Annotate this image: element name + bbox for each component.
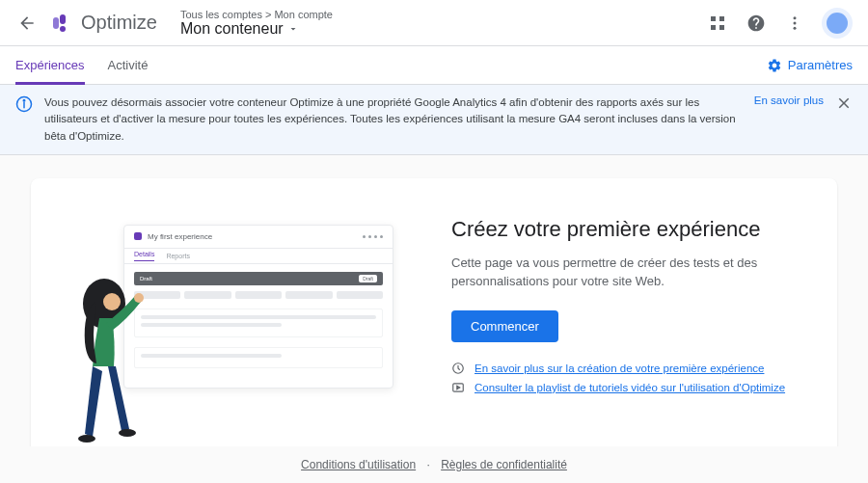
app-header: Optimize Tous les comptes > Mon compte M… bbox=[0, 0, 868, 46]
container-name-label: Mon conteneur bbox=[180, 20, 284, 38]
person-illustration-icon bbox=[66, 275, 152, 448]
breadcrumb-area: Tous les comptes > Mon compte Mon conten… bbox=[180, 9, 706, 38]
svg-rect-0 bbox=[53, 17, 59, 29]
svg-point-2 bbox=[60, 26, 66, 32]
svg-point-12 bbox=[23, 100, 25, 102]
svg-rect-6 bbox=[719, 25, 724, 30]
start-button[interactable]: Commencer bbox=[451, 310, 558, 342]
hero-link-playlist: Consulter la playlist de tutoriels vidéo… bbox=[451, 381, 802, 394]
svg-rect-4 bbox=[719, 16, 724, 21]
svg-point-8 bbox=[794, 21, 797, 24]
mock-title: My first experience bbox=[148, 232, 212, 241]
banner-text: Vous pouvez désormais associer votre con… bbox=[44, 94, 743, 145]
hero-link-2[interactable]: Consulter la playlist de tutoriels vidéo… bbox=[475, 382, 785, 393]
mock-draft-badge: Draft bbox=[359, 275, 377, 282]
mock-tab-reports: Reports bbox=[166, 253, 190, 259]
header-actions bbox=[706, 8, 853, 39]
settings-label: Paramètres bbox=[788, 58, 853, 72]
footer-separator: · bbox=[426, 458, 429, 471]
svg-rect-5 bbox=[711, 25, 716, 30]
hero-link-1[interactable]: En savoir plus sur la création de votre … bbox=[475, 362, 764, 374]
svg-point-16 bbox=[78, 435, 95, 443]
sub-navigation: Expériences Activité Paramètres bbox=[0, 46, 868, 85]
svg-point-17 bbox=[119, 429, 136, 437]
help-icon[interactable] bbox=[745, 12, 768, 35]
hero-illustration: My first experience Details Reports Draf… bbox=[66, 217, 413, 429]
svg-point-15 bbox=[134, 293, 144, 303]
hero-description: Cette page va vous permettre de créer de… bbox=[451, 254, 802, 291]
hero-content: Créez votre première expérience Cette pa… bbox=[451, 217, 802, 429]
mock-tab-details: Details bbox=[134, 251, 154, 261]
hero-card: My first experience Details Reports Draf… bbox=[31, 178, 837, 468]
tab-experiences[interactable]: Expériences bbox=[15, 46, 85, 84]
hero-title: Créez votre première expérience bbox=[451, 217, 802, 242]
playlist-icon bbox=[451, 381, 465, 394]
product-name: Optimize bbox=[81, 12, 157, 34]
svg-rect-3 bbox=[711, 16, 716, 21]
svg-point-9 bbox=[794, 26, 797, 29]
gear-icon bbox=[767, 58, 782, 73]
tab-activity[interactable]: Activité bbox=[108, 46, 149, 84]
chevron-down-icon bbox=[287, 23, 299, 35]
launch-icon bbox=[451, 362, 465, 375]
user-avatar[interactable] bbox=[822, 8, 853, 39]
footer-terms-link[interactable]: Conditions d'utilisation bbox=[301, 458, 416, 471]
footer: Conditions d'utilisation · Règles de con… bbox=[0, 446, 868, 483]
back-button[interactable] bbox=[15, 12, 39, 35]
mock-window: My first experience Details Reports Draf… bbox=[123, 225, 393, 389]
apps-grid-icon[interactable] bbox=[706, 12, 729, 35]
close-icon[interactable] bbox=[835, 94, 853, 112]
svg-point-14 bbox=[103, 293, 121, 310]
svg-rect-1 bbox=[60, 14, 66, 24]
info-icon bbox=[15, 95, 33, 113]
info-banner: Vous pouvez désormais associer votre con… bbox=[0, 85, 868, 155]
banner-learn-more-link[interactable]: En savoir plus bbox=[754, 94, 824, 106]
optimize-logo-icon bbox=[50, 12, 73, 35]
hero-link-learn-more: En savoir plus sur la création de votre … bbox=[451, 362, 802, 375]
svg-point-7 bbox=[794, 16, 797, 19]
main-content: My first experience Details Reports Draf… bbox=[0, 155, 868, 483]
more-vert-icon[interactable] bbox=[783, 12, 806, 35]
tabs: Expériences Activité bbox=[15, 46, 767, 84]
breadcrumb: Tous les comptes > Mon compte bbox=[180, 9, 706, 20]
footer-privacy-link[interactable]: Règles de confidentialité bbox=[441, 458, 567, 471]
container-selector[interactable]: Mon conteneur bbox=[180, 20, 706, 38]
settings-link[interactable]: Paramètres bbox=[767, 58, 853, 73]
